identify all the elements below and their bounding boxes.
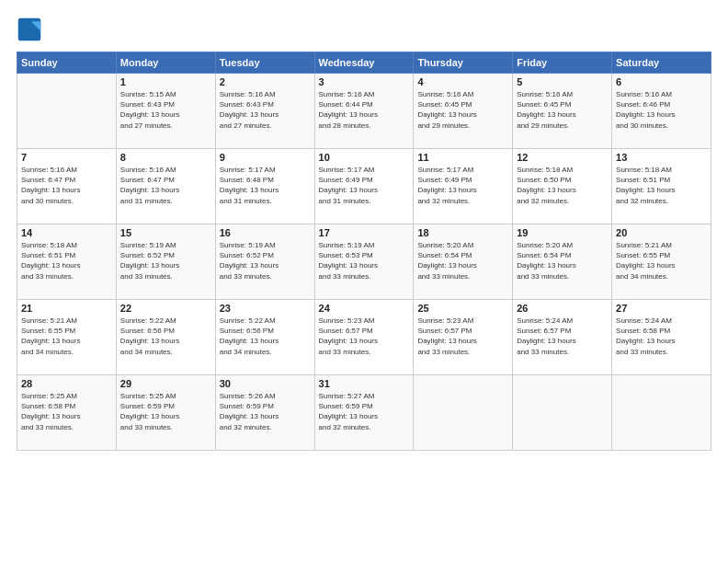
day-info: Sunrise: 5:16 AM Sunset: 6:47 PM Dayligh… <box>120 165 211 206</box>
day-cell: 9Sunrise: 5:17 AM Sunset: 6:48 PM Daylig… <box>215 149 314 224</box>
day-cell: 16Sunrise: 5:19 AM Sunset: 6:52 PM Dayli… <box>215 224 314 300</box>
weekday-header-tuesday: Tuesday <box>215 52 314 74</box>
day-number: 12 <box>517 152 608 163</box>
day-info: Sunrise: 5:26 AM Sunset: 6:59 PM Dayligh… <box>220 391 311 432</box>
day-cell: 2Sunrise: 5:16 AM Sunset: 6:43 PM Daylig… <box>215 74 314 149</box>
weekday-header-friday: Friday <box>513 52 612 74</box>
day-cell: 4Sunrise: 5:16 AM Sunset: 6:45 PM Daylig… <box>414 74 513 149</box>
day-number: 20 <box>616 227 707 238</box>
day-info: Sunrise: 5:15 AM Sunset: 6:43 PM Dayligh… <box>120 89 211 131</box>
weekday-header-wednesday: Wednesday <box>314 52 414 74</box>
day-info: Sunrise: 5:21 AM Sunset: 6:55 PM Dayligh… <box>21 316 112 357</box>
day-number: 3 <box>319 76 410 87</box>
day-number: 25 <box>417 303 508 314</box>
day-cell: 22Sunrise: 5:22 AM Sunset: 6:56 PM Dayli… <box>116 300 215 375</box>
day-cell: 6Sunrise: 5:16 AM Sunset: 6:46 PM Daylig… <box>612 74 711 149</box>
day-number: 6 <box>616 76 707 87</box>
day-number: 22 <box>120 303 211 314</box>
day-cell: 28Sunrise: 5:25 AM Sunset: 6:58 PM Dayli… <box>17 375 117 451</box>
day-cell <box>17 74 117 149</box>
week-row-2: 14Sunrise: 5:18 AM Sunset: 6:51 PM Dayli… <box>17 224 711 300</box>
day-cell: 1Sunrise: 5:15 AM Sunset: 6:43 PM Daylig… <box>116 74 215 149</box>
day-info: Sunrise: 5:24 AM Sunset: 6:58 PM Dayligh… <box>616 316 707 357</box>
day-number: 29 <box>120 378 211 389</box>
day-number: 14 <box>21 227 112 238</box>
day-info: Sunrise: 5:18 AM Sunset: 6:51 PM Dayligh… <box>616 165 707 206</box>
day-cell: 23Sunrise: 5:22 AM Sunset: 6:56 PM Dayli… <box>215 300 314 375</box>
day-number: 11 <box>417 152 508 163</box>
day-number: 5 <box>517 76 608 87</box>
day-number: 31 <box>319 378 410 389</box>
day-info: Sunrise: 5:20 AM Sunset: 6:54 PM Dayligh… <box>517 240 608 282</box>
day-info: Sunrise: 5:16 AM Sunset: 6:43 PM Dayligh… <box>220 89 311 131</box>
day-number: 18 <box>417 227 508 238</box>
day-number: 7 <box>21 152 112 163</box>
day-info: Sunrise: 5:21 AM Sunset: 6:55 PM Dayligh… <box>616 240 707 282</box>
day-info: Sunrise: 5:17 AM Sunset: 6:48 PM Dayligh… <box>220 165 311 206</box>
day-info: Sunrise: 5:16 AM Sunset: 6:45 PM Dayligh… <box>417 89 508 131</box>
day-info: Sunrise: 5:16 AM Sunset: 6:44 PM Dayligh… <box>319 89 410 131</box>
day-cell: 18Sunrise: 5:20 AM Sunset: 6:54 PM Dayli… <box>414 224 513 300</box>
week-row-4: 28Sunrise: 5:25 AM Sunset: 6:58 PM Dayli… <box>17 375 711 451</box>
day-cell: 20Sunrise: 5:21 AM Sunset: 6:55 PM Dayli… <box>612 224 711 300</box>
day-cell: 11Sunrise: 5:17 AM Sunset: 6:49 PM Dayli… <box>414 149 513 224</box>
day-info: Sunrise: 5:24 AM Sunset: 6:57 PM Dayligh… <box>517 316 608 357</box>
day-cell <box>414 375 513 451</box>
day-cell: 27Sunrise: 5:24 AM Sunset: 6:58 PM Dayli… <box>612 300 711 375</box>
day-info: Sunrise: 5:22 AM Sunset: 6:56 PM Dayligh… <box>120 316 211 357</box>
day-number: 15 <box>120 227 211 238</box>
day-cell: 19Sunrise: 5:20 AM Sunset: 6:54 PM Dayli… <box>513 224 612 300</box>
day-cell: 12Sunrise: 5:18 AM Sunset: 6:50 PM Dayli… <box>513 149 612 224</box>
calendar-table: SundayMondayTuesdayWednesdayThursdayFrid… <box>17 52 711 451</box>
day-info: Sunrise: 5:23 AM Sunset: 6:57 PM Dayligh… <box>417 316 508 357</box>
day-info: Sunrise: 5:19 AM Sunset: 6:52 PM Dayligh… <box>220 240 311 282</box>
day-info: Sunrise: 5:25 AM Sunset: 6:59 PM Dayligh… <box>120 391 211 432</box>
day-cell: 30Sunrise: 5:26 AM Sunset: 6:59 PM Dayli… <box>215 375 314 451</box>
day-cell: 14Sunrise: 5:18 AM Sunset: 6:51 PM Dayli… <box>17 224 117 300</box>
day-cell: 5Sunrise: 5:16 AM Sunset: 6:45 PM Daylig… <box>513 74 612 149</box>
day-info: Sunrise: 5:19 AM Sunset: 6:52 PM Dayligh… <box>120 240 211 282</box>
day-cell: 7Sunrise: 5:16 AM Sunset: 6:47 PM Daylig… <box>17 149 117 224</box>
day-number: 24 <box>319 303 410 314</box>
day-info: Sunrise: 5:23 AM Sunset: 6:57 PM Dayligh… <box>319 316 410 357</box>
day-cell: 17Sunrise: 5:19 AM Sunset: 6:53 PM Dayli… <box>314 224 414 300</box>
weekday-header-monday: Monday <box>116 52 215 74</box>
day-number: 27 <box>616 303 707 314</box>
day-info: Sunrise: 5:16 AM Sunset: 6:47 PM Dayligh… <box>21 165 112 206</box>
weekday-header-row: SundayMondayTuesdayWednesdayThursdayFrid… <box>17 52 711 74</box>
day-info: Sunrise: 5:18 AM Sunset: 6:50 PM Dayligh… <box>517 165 608 206</box>
day-cell: 13Sunrise: 5:18 AM Sunset: 6:51 PM Dayli… <box>612 149 711 224</box>
day-info: Sunrise: 5:19 AM Sunset: 6:53 PM Dayligh… <box>319 240 410 282</box>
week-row-0: 1Sunrise: 5:15 AM Sunset: 6:43 PM Daylig… <box>17 74 711 149</box>
day-number: 13 <box>616 152 707 163</box>
day-info: Sunrise: 5:17 AM Sunset: 6:49 PM Dayligh… <box>319 165 410 206</box>
day-number: 8 <box>120 152 211 163</box>
day-number: 2 <box>220 76 311 87</box>
day-number: 4 <box>417 76 508 87</box>
day-cell: 3Sunrise: 5:16 AM Sunset: 6:44 PM Daylig… <box>314 74 414 149</box>
logo-icon <box>17 17 42 42</box>
logo <box>17 17 46 42</box>
day-cell: 25Sunrise: 5:23 AM Sunset: 6:57 PM Dayli… <box>414 300 513 375</box>
day-cell: 24Sunrise: 5:23 AM Sunset: 6:57 PM Dayli… <box>314 300 414 375</box>
day-number: 21 <box>21 303 112 314</box>
day-cell: 10Sunrise: 5:17 AM Sunset: 6:49 PM Dayli… <box>314 149 414 224</box>
day-number: 23 <box>220 303 311 314</box>
header <box>17 17 711 42</box>
day-info: Sunrise: 5:22 AM Sunset: 6:56 PM Dayligh… <box>220 316 311 357</box>
day-cell: 26Sunrise: 5:24 AM Sunset: 6:57 PM Dayli… <box>513 300 612 375</box>
day-number: 16 <box>220 227 311 238</box>
weekday-header-saturday: Saturday <box>612 52 711 74</box>
day-number: 28 <box>21 378 112 389</box>
day-cell: 29Sunrise: 5:25 AM Sunset: 6:59 PM Dayli… <box>116 375 215 451</box>
weekday-header-sunday: Sunday <box>17 52 117 74</box>
day-info: Sunrise: 5:25 AM Sunset: 6:58 PM Dayligh… <box>21 391 112 432</box>
day-number: 1 <box>120 76 211 87</box>
day-info: Sunrise: 5:16 AM Sunset: 6:45 PM Dayligh… <box>517 89 608 131</box>
day-cell: 15Sunrise: 5:19 AM Sunset: 6:52 PM Dayli… <box>116 224 215 300</box>
day-number: 30 <box>220 378 311 389</box>
day-cell: 21Sunrise: 5:21 AM Sunset: 6:55 PM Dayli… <box>17 300 117 375</box>
day-cell: 8Sunrise: 5:16 AM Sunset: 6:47 PM Daylig… <box>116 149 215 224</box>
week-row-1: 7Sunrise: 5:16 AM Sunset: 6:47 PM Daylig… <box>17 149 711 224</box>
day-info: Sunrise: 5:16 AM Sunset: 6:46 PM Dayligh… <box>616 89 707 131</box>
